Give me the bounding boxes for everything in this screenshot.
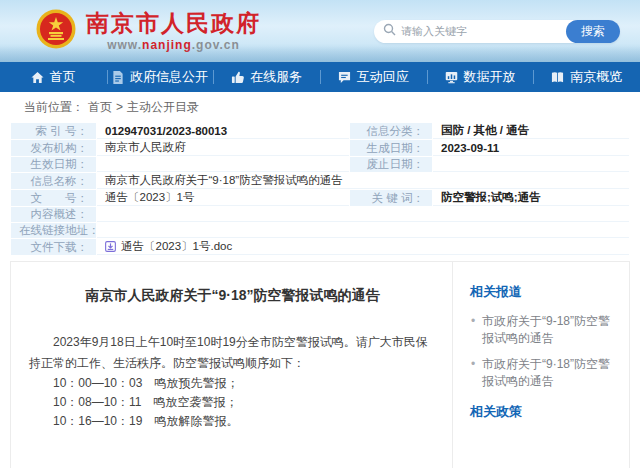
nav-item-overview[interactable]: 南京概览 bbox=[533, 62, 640, 92]
field-value-exp-date bbox=[433, 157, 629, 172]
chat-bubble-icon bbox=[338, 71, 351, 84]
site-url: www.nanjing.gov.cn bbox=[86, 38, 261, 52]
field-label: 生效日期： bbox=[11, 157, 96, 172]
breadcrumb-current: 主动公开目录 bbox=[127, 99, 199, 116]
field-label: 文 号： bbox=[11, 190, 96, 206]
table-row: 文件下载： 通告〔2023〕1号.doc bbox=[11, 239, 629, 255]
monitor-icon bbox=[445, 71, 458, 84]
document-icon bbox=[112, 71, 124, 84]
field-value-publisher: 南京市人民政府 bbox=[97, 140, 349, 156]
nav-item-online-services[interactable]: 在线服务 bbox=[213, 62, 320, 92]
content-box: 南京市人民政府关于“9·18”防空警报试鸣的通告 2023年9月18日上午10时… bbox=[10, 261, 630, 468]
book-icon bbox=[551, 71, 564, 84]
nav-item-interaction[interactable]: 互动回应 bbox=[320, 62, 427, 92]
download-file-name: 通告〔2023〕1号.doc bbox=[121, 239, 232, 254]
site-header: 南京市人民政府 www.nanjing.gov.cn 搜索 bbox=[0, 0, 640, 62]
related-sidebar: 相关报道 市政府关于“9-18”防空警报试鸣的通告 市政府关于“9·18”防空警… bbox=[453, 262, 629, 468]
schedule-line: 10：08—10：11 鸣放空袭警报； bbox=[29, 393, 436, 412]
download-icon bbox=[105, 241, 116, 252]
field-value-category: 国防 / 其他 / 通告 bbox=[433, 123, 629, 139]
nav-item-open-data[interactable]: 数据开放 bbox=[427, 62, 534, 92]
thumbs-up-icon bbox=[231, 71, 244, 84]
field-label: 废止日期： bbox=[350, 157, 432, 172]
field-label: 生成日期： bbox=[350, 140, 432, 156]
field-value-gen-date: 2023-09-11 bbox=[433, 140, 629, 156]
breadcrumb-separator: > bbox=[116, 100, 123, 114]
related-reports-list: 市政府关于“9-18”防空警报试鸣的通告 市政府关于“9·18”防空警报试鸣的通… bbox=[470, 313, 619, 390]
field-label: 信息分类： bbox=[350, 123, 432, 139]
field-value-eff-date bbox=[97, 157, 349, 172]
nav-item-gov-info[interactable]: 政府信息公开 bbox=[107, 62, 214, 92]
site-logo[interactable]: 南京市人民政府 www.nanjing.gov.cn bbox=[36, 9, 261, 53]
schedule-line: 10：00—10：03 鸣放预先警报； bbox=[29, 374, 436, 393]
field-label: 文件下载： bbox=[11, 239, 96, 255]
table-row: 内容概述： bbox=[11, 207, 629, 222]
field-label: 在线链接地址： bbox=[11, 223, 96, 238]
field-value-info-name: 南京市人民政府关于“9·18”防空警报试鸣的通告 bbox=[97, 173, 629, 189]
field-value-keywords: 防空警报;试鸣;通告 bbox=[433, 190, 629, 206]
table-row: 在线链接地址： bbox=[11, 223, 629, 238]
notice-article: 南京市人民政府关于“9·18”防空警报试鸣的通告 2023年9月18日上午10时… bbox=[11, 262, 453, 468]
breadcrumb-prefix: 当前位置： bbox=[24, 99, 84, 116]
field-value-summary bbox=[97, 207, 629, 222]
search-button[interactable]: 搜索 bbox=[566, 20, 620, 43]
field-label: 关 键 词： bbox=[350, 190, 432, 206]
schedule-line: 10：16—10：19 鸣放解除警报。 bbox=[29, 412, 436, 431]
field-label: 信息名称： bbox=[11, 173, 96, 189]
table-row: 索 引 号： 012947031/2023-80013 信息分类： 国防 / 其… bbox=[11, 123, 629, 139]
related-report-item[interactable]: 市政府关于“9·18”防空警报试鸣的通告 bbox=[470, 356, 619, 390]
search-input[interactable] bbox=[396, 25, 566, 37]
table-row: 信息名称： 南京市人民政府关于“9·18”防空警报试鸣的通告 bbox=[11, 173, 629, 189]
home-icon bbox=[31, 71, 44, 84]
table-row: 生效日期： 废止日期： bbox=[11, 157, 629, 172]
nav-item-home[interactable]: 首页 bbox=[0, 62, 107, 92]
field-value-doc-no: 通告〔2023〕1号 bbox=[97, 190, 349, 206]
breadcrumb: 当前位置： 首页 > 主动公开目录 bbox=[0, 92, 640, 122]
article-title: 南京市人民政府关于“9·18”防空警报试鸣的通告 bbox=[25, 287, 440, 305]
download-file-link[interactable]: 通告〔2023〕1号.doc bbox=[105, 239, 232, 254]
table-row: 文 号： 通告〔2023〕1号 关 键 词： 防空警报;试鸣;通告 bbox=[11, 190, 629, 206]
field-value-link bbox=[97, 223, 629, 238]
main-nav: 首页 政府信息公开 在线服务 互动回应 数据开放 南京概览 bbox=[0, 62, 640, 92]
breadcrumb-home[interactable]: 首页 bbox=[88, 99, 112, 116]
national-emblem-icon bbox=[36, 9, 76, 53]
table-row: 发布机构： 南京市人民政府 生成日期： 2023-09-11 bbox=[11, 140, 629, 156]
search-icon bbox=[383, 22, 396, 40]
site-title: 南京市人民政府 bbox=[86, 10, 261, 36]
related-report-item[interactable]: 市政府关于“9-18”防空警报试鸣的通告 bbox=[470, 313, 619, 347]
field-value-index-no: 012947031/2023-80013 bbox=[97, 123, 349, 139]
related-reports-title: 相关报道 bbox=[470, 283, 619, 301]
metadata-table: 索 引 号： 012947031/2023-80013 信息分类： 国防 / 其… bbox=[0, 122, 640, 256]
field-label: 内容概述： bbox=[11, 207, 96, 222]
field-label: 索 引 号： bbox=[11, 123, 96, 139]
article-paragraph: 2023年9月18日上午10时至10时19分全市防空警报试鸣。请广大市民保持正常… bbox=[29, 332, 436, 374]
field-label: 发布机构： bbox=[11, 140, 96, 156]
related-policy-title: 相关政策 bbox=[470, 403, 619, 421]
search-box: 搜索 bbox=[374, 20, 620, 43]
